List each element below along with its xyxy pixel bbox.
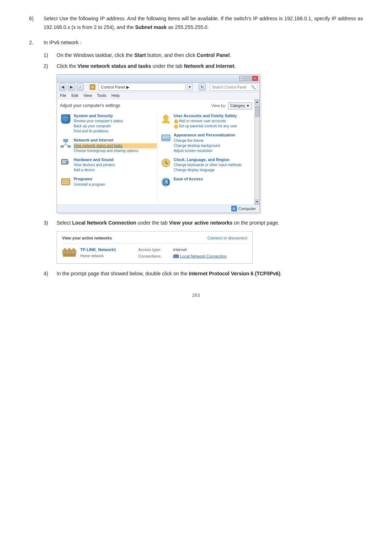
menu-file[interactable]: File [60,93,66,99]
menu-help[interactable]: Help [111,93,120,99]
svg-rect-27 [64,249,66,250]
network-status-box: View your active networks Connect or dis… [57,231,253,264]
step-6: 6) Select Use the following IP address. … [29,15,363,32]
network-sub-view[interactable]: View network status and tasks [74,143,157,148]
ease-title[interactable]: Ease of Access [174,176,257,182]
user-sub2[interactable]: Set up parental controls for any user [174,124,257,129]
scroll-down-button[interactable]: ▼ [255,200,260,205]
ease-text: Ease of Access [174,176,257,188]
programs-sub1[interactable]: Uninstall a program [74,182,157,187]
category-programs: Programs Uninstall a program [60,176,157,188]
network-sub-home[interactable]: Choose homegroup and sharing options [74,148,157,153]
user-text: User Accounts and Family Safety Add or r… [174,113,257,129]
access-type-row: Access type: Internet [138,247,247,253]
sub-step-3: 3) Select Local Network Connection under… [44,219,363,227]
hardware-text: Hardware and Sound View devices and prin… [74,157,157,173]
connect-disconnect-link[interactable]: Connect or disconnect [208,235,247,242]
user-sub1[interactable]: Add or remove user accounts [174,119,257,124]
programs-title[interactable]: Programs [74,176,157,182]
step-2: 2. In IPv6 network： 1) On the Windows ta… [29,38,363,278]
address-arrow[interactable]: ▼ [187,83,193,91]
cp-footer: 🖥 Computer [57,205,260,213]
ease-icon-container: ♿ [160,176,172,188]
clock-sub1[interactable]: Change keyboards or other input methods [174,163,257,168]
appearance-sub2[interactable]: Change desktop background [174,143,257,148]
appearance-icon-container [160,132,172,144]
titlebar: ─ □ ✕ [57,75,260,83]
network-icon-container [60,138,72,149]
category-clock: Clock, Language, and Region Change keybo… [160,157,257,173]
control-panel-window: ─ □ ✕ ◀ ▶ ↑ ⊞ Control Panel ▶ ▼ ↻ [57,74,260,213]
access-type-label: Access type: [138,247,171,253]
left-column: 🛡 System and Security Review your comput… [60,113,157,202]
minimize-button[interactable]: ─ [239,76,245,81]
system-sub1[interactable]: Review your computer's status [74,119,157,124]
appearance-title[interactable]: Appearance and Personalization [174,132,257,138]
refresh-button[interactable]: ↻ [199,83,206,91]
view-by-label: View by: [211,103,226,109]
network-name[interactable]: TP-LINK_Network1 [80,247,135,253]
access-type-value: Internet [173,247,187,253]
hardware-sub1[interactable]: View devices and printers [74,163,157,168]
user-icon [161,114,171,124]
appearance-icon [161,133,171,143]
tp-link-icon-container [62,247,77,258]
scrollbar[interactable]: ▲ ▼ [254,99,260,205]
network-icon [61,139,71,148]
programs-icon-container [60,176,72,188]
address-path[interactable]: Control Panel ▶ [98,83,185,91]
network-details: TP-LINK_Network1 Home network [80,247,135,259]
clock-sub2[interactable]: Change display language [174,168,257,173]
maximize-button[interactable]: □ [246,76,252,81]
shield-icon: 🛡 [61,114,70,124]
sub-step-1: 1) On the Windows taskbar, click the Sta… [44,51,363,60]
svg-rect-11 [62,179,69,184]
svg-rect-26 [62,250,76,254]
sub-step-2-text: Click the View network status and tasks … [57,62,363,71]
close-button[interactable]: ✕ [252,76,258,81]
page-number: 263 [29,292,363,298]
computer-icon: 🖥 [231,206,237,212]
scroll-thumb[interactable] [255,106,260,117]
appearance-sub3[interactable]: Adjust screen resolution [174,148,257,153]
connection-link-container: Local Network Connection [173,253,226,260]
appearance-sub1[interactable]: Change the theme [174,138,257,143]
clock-title[interactable]: Clock, Language, and Region [174,157,257,163]
svg-rect-29 [73,249,75,250]
network-access-info: Access type: Internet Connections: Local… [138,247,247,259]
forward-button[interactable]: ▶ [68,83,75,91]
hardware-title[interactable]: Hardware and Sound [74,157,157,163]
menu-view[interactable]: View [83,93,92,99]
user-title[interactable]: User Accounts and Family Safety [174,113,257,119]
sub-step-2: 2) Click the View network status and tas… [44,62,363,71]
search-input[interactable] [211,85,250,89]
system-title[interactable]: System and Security [74,113,157,119]
cp-content: Adjust your computer's settings View by:… [57,99,260,205]
network-title[interactable]: Network and Internet [74,138,157,143]
category-user: User Accounts and Family Safety Add or r… [160,113,257,129]
view-by: View by: Category ▼ [211,102,252,110]
category-appearance: Appearance and Personalization Change th… [160,132,257,153]
sub-step-3-num: 3) [44,219,57,227]
up-button[interactable]: ↑ [77,83,84,91]
step-2-number: 2. [29,38,44,47]
system-sub3[interactable]: Find and fix problems [74,129,157,134]
hardware-sub2[interactable]: Add a device [74,168,157,173]
scroll-up-button[interactable]: ▲ [255,99,260,104]
programs-text: Programs Uninstall a program [74,176,157,188]
svg-point-15 [174,120,178,123]
menu-edit[interactable]: Edit [72,93,78,99]
svg-point-14 [163,115,168,120]
system-sub2[interactable]: Back up your computer [74,124,157,129]
back-button[interactable]: ◀ [59,83,66,91]
search-box[interactable]: 🔍 [210,83,257,91]
menu-tools[interactable]: Tools [97,93,106,99]
chevron-down-icon: ▼ [246,103,250,109]
svg-rect-0 [64,139,68,142]
view-by-button[interactable]: Category ▼ [228,102,252,110]
ease-icon: ♿ [161,177,171,187]
svg-rect-20 [162,139,170,140]
local-connection-link[interactable]: Local Network Connection [180,253,226,260]
sub-step-3-text: Select Local Network Connection under th… [57,219,363,227]
local-network-connection-icon [173,254,179,259]
